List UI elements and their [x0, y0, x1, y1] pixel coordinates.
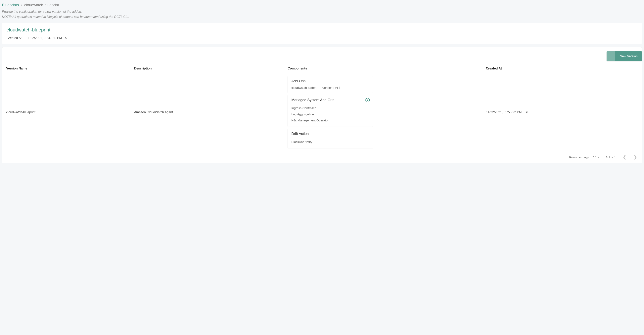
rows-per-page-select[interactable]: 10 — [592, 155, 600, 160]
subtitle-line1: Provide the configuration for a new vers… — [2, 9, 642, 14]
rows-per-page-label: Rows per page: — [569, 155, 590, 159]
managed-addons-box: i Managed System Add-Ons Ingress Control… — [288, 95, 373, 127]
managed-item: K8s Management Operator — [291, 117, 370, 123]
chevron-down-icon — [598, 157, 600, 158]
breadcrumb-separator: › — [21, 3, 22, 7]
cell-version-name: cloudwatch-blueprint — [2, 73, 130, 151]
col-created-at: Created At — [482, 64, 642, 73]
breadcrumb: Blueprints › cloudwatch-blueprint — [2, 2, 642, 9]
table-row[interactable]: cloudwatch-blueprint Amazon CloudWatch A… — [2, 73, 642, 151]
managed-title: Managed System Add-Ons — [291, 98, 370, 102]
col-components: Components — [284, 64, 482, 73]
addons-box: Add-Ons cloudwatch-addon [ Version : v1 … — [288, 76, 373, 93]
actions-row: + New Version — [2, 47, 642, 64]
managed-item: Log Aggregation — [291, 111, 370, 117]
blueprint-title: cloudwatch-blueprint — [6, 27, 638, 33]
addon-name: cloudwatch-addon — [291, 86, 316, 89]
versions-table: Version Name Description Components Crea… — [2, 64, 642, 151]
cell-created-at: 11/22/2021, 05:55:22 PM EST — [482, 73, 642, 151]
prev-page-button[interactable]: ❮ — [622, 154, 627, 160]
plus-icon: + — [606, 51, 615, 61]
blueprint-header-card: cloudwatch-blueprint Created At : 11/22/… — [2, 23, 642, 44]
new-version-button[interactable]: + New Version — [606, 51, 642, 61]
col-description: Description — [130, 64, 284, 73]
breadcrumb-root-link[interactable]: Blueprints — [2, 3, 19, 7]
created-at-value: 11/22/2021, 05:47:35 PM EST — [26, 36, 69, 40]
drift-value: BlockAndNotify — [291, 139, 370, 145]
versions-card: + New Version Version Name Description C… — [2, 47, 642, 163]
breadcrumb-current: cloudwatch-blueprint — [24, 3, 59, 7]
page-subtitle: Provide the configuration for a new vers… — [2, 9, 642, 19]
rows-per-page: Rows per page: 10 — [569, 155, 600, 160]
page-range: 1-1 of 1 — [606, 155, 616, 159]
subtitle-line2: NOTE: All operations related to lifecycl… — [2, 14, 642, 19]
created-at-label: Created At : — [6, 36, 24, 40]
next-page-button[interactable]: ❯ — [633, 154, 638, 160]
rows-per-page-value: 10 — [593, 155, 596, 159]
pagination: Rows per page: 10 1-1 of 1 ❮ ❯ — [2, 151, 642, 163]
page-nav: ❮ ❯ — [622, 154, 638, 160]
addons-title: Add-Ons — [291, 79, 370, 83]
drift-title: Drift Action — [291, 132, 370, 136]
drift-action-box: Drift Action BlockAndNotify — [288, 129, 373, 148]
col-version-name: Version Name — [2, 64, 130, 73]
cell-description: Amazon CloudWatch Agent — [130, 73, 284, 151]
addon-item: cloudwatch-addon [ Version : v1 ] — [291, 86, 370, 90]
blueprint-created-at: Created At : 11/22/2021, 05:47:35 PM EST — [6, 36, 638, 40]
addon-version: [ Version : v1 ] — [320, 86, 340, 89]
new-version-label: New Version — [615, 51, 642, 61]
cell-components: Add-Ons cloudwatch-addon [ Version : v1 … — [284, 73, 482, 151]
managed-item: Ingress Controller — [291, 105, 370, 111]
